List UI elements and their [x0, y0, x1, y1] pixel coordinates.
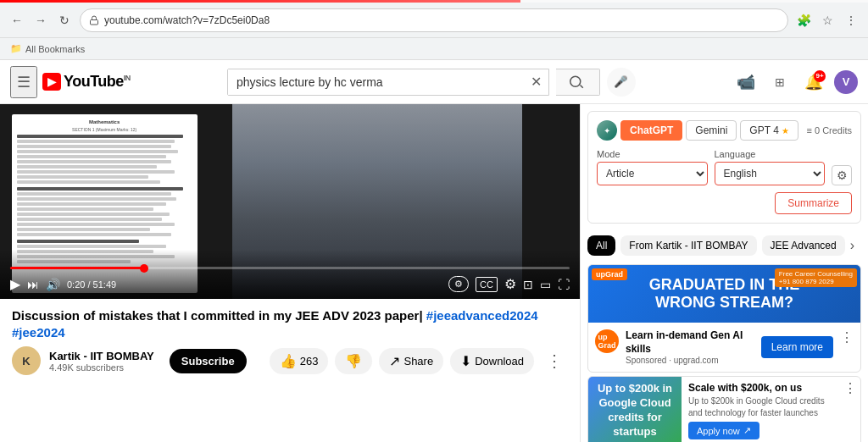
sponsored-details: Learn in-demand Gen AI skills Sponsored … — [626, 329, 754, 365]
captions-button[interactable]: CC — [476, 277, 498, 292]
share-button[interactable]: ↗ Share — [379, 348, 443, 374]
channel-name[interactable]: Kartik - IIT BOMBAY — [49, 350, 154, 362]
search-submit-button[interactable] — [556, 69, 600, 96]
nav-controls: ← → ↻ — [7, 10, 75, 30]
summarize-button[interactable]: Summarize — [775, 192, 852, 214]
user-avatar[interactable]: V — [834, 70, 858, 94]
doc-line-10 — [17, 180, 161, 184]
summarize-area: Summarize — [597, 192, 852, 214]
like-count: 263 — [300, 355, 319, 367]
right-controls: ⚙ CC ⚙ ⊡ ▭ ⛶ — [448, 276, 570, 292]
gemini-tab[interactable]: Gemini — [686, 120, 737, 141]
share-label: Share — [403, 355, 433, 367]
fullscreen-button[interactable]: ⛶ — [558, 278, 570, 291]
rec-filters: All From Kartik - IIT BOMBAY JEE Advance… — [581, 230, 868, 261]
credits-display: ≡ 0 Credits — [806, 125, 852, 135]
filter-next-button[interactable]: › — [850, 238, 854, 253]
thumbs-down-icon: 👎 — [345, 353, 362, 369]
chatgpt-tab-bar: ✦ ChatGPT Gemini GPT 4 ★ ≡ 0 Credits — [597, 120, 852, 141]
language-select[interactable]: English Hindi — [715, 162, 826, 185]
sponsored-info-row: upGrad Learn in-demand Gen AI skills Spo… — [588, 323, 860, 372]
doc-line-19 — [17, 228, 150, 231]
sponsored-title: Learn in-demand Gen AI skills — [626, 329, 754, 356]
doc-line-6 — [17, 160, 171, 163]
search-area: ✕ 🎤 — [139, 68, 724, 97]
chatgpt-panel: ✦ ChatGPT Gemini GPT 4 ★ ≡ 0 Credits Mod… — [587, 111, 861, 224]
youtube-logo-text: YouTubeIN — [64, 73, 131, 91]
theater-button[interactable]: ▭ — [540, 278, 551, 291]
hamburger-menu[interactable]: ☰ — [10, 66, 37, 98]
learn-more-button[interactable]: Learn more — [761, 336, 833, 358]
doc-line-17 — [17, 218, 163, 221]
sponsored-more-button[interactable]: ⋮ — [840, 329, 854, 345]
ads-card-img-text: Up to $200k in Google Cloud credits for … — [595, 382, 675, 439]
doc-line-20 — [17, 233, 171, 236]
more-actions-button[interactable]: ⋮ — [541, 345, 568, 376]
miniplayer-button[interactable]: ⊡ — [523, 278, 533, 291]
controls-row: ▶ ⏭ 🔊 0:20 / 51:49 ⚙ CC ⚙ ⊡ ▭ — [10, 276, 570, 292]
channel-row: K Kartik - IIT BOMBAY 4.49K subscribers … — [12, 345, 568, 376]
back-button[interactable]: ← — [7, 10, 27, 30]
mode-field: Mode Article Summary — [597, 149, 708, 185]
apply-now-button[interactable]: Apply now ↗ — [688, 422, 760, 439]
video-controls: ▶ ⏭ 🔊 0:20 / 51:49 ⚙ CC ⚙ ⊡ ▭ — [0, 250, 580, 299]
volume-button[interactable]: 🔊 — [46, 278, 60, 291]
doc-line-21 — [17, 240, 140, 243]
ads-card-title: Scale with $200k, on us — [688, 382, 833, 395]
channel-avatar: K — [12, 346, 41, 375]
search-input[interactable] — [228, 69, 524, 95]
star-button[interactable]: ☆ — [817, 10, 837, 30]
doc-line-9 — [17, 175, 148, 179]
ads-more-button[interactable]: ⋮ — [840, 377, 860, 400]
more-options-button[interactable]: ⋮ — [841, 10, 861, 30]
apply-now-icon: ↗ — [743, 425, 751, 436]
upload-button[interactable]: 📹 — [732, 69, 760, 96]
thumbs-up-icon: 👍 — [280, 353, 297, 369]
next-button[interactable]: ⏭ — [27, 278, 39, 291]
gpt4-star-icon: ★ — [782, 126, 789, 135]
chatgpt-tab[interactable]: ChatGPT — [620, 120, 682, 141]
dislike-button[interactable]: 👎 — [335, 348, 372, 374]
chatgpt-icon: ✦ — [597, 120, 617, 141]
video-player[interactable]: Mathematics SECTION 1 (Maximum Marks: 12… — [0, 104, 580, 299]
progress-dot — [140, 264, 148, 273]
total-time: 51:49 — [93, 279, 117, 290]
filter-jee-advanced[interactable]: JEE Advanced — [762, 235, 845, 256]
apps-button[interactable]: ⊞ — [766, 69, 793, 96]
video-info: Discussion of mistakes that I committed … — [0, 299, 580, 381]
filter-kartik[interactable]: From Kartik - IIT BOMBAY — [620, 235, 756, 256]
voice-search-button[interactable]: 🎤 — [607, 68, 636, 97]
hashtag-jeeadvanced[interactable]: #jeeadvanced2024 — [426, 308, 538, 323]
mode-select[interactable]: Article Summary — [597, 162, 708, 185]
autoplay-button[interactable]: ⚙ — [448, 276, 469, 292]
filter-all[interactable]: All — [587, 235, 615, 256]
like-button[interactable]: 👍 263 — [270, 348, 329, 374]
doc-line-22 — [17, 245, 166, 248]
ads-card-subtitle: Up to $200k in Google Cloud credits and … — [688, 395, 833, 419]
subscribe-button[interactable]: Subscribe — [170, 349, 247, 373]
forward-button[interactable]: → — [31, 10, 51, 30]
bookmarks-label[interactable]: All Bookmarks — [25, 44, 85, 54]
hashtag-jee2024[interactable]: #jee2024 — [12, 325, 65, 340]
language-label: Language — [715, 149, 826, 159]
lock-icon — [89, 15, 99, 25]
browser-toolbar: ← → ↻ youtube.com/watch?v=7zDc5ei0Da8 🧩 … — [0, 3, 868, 38]
extensions-button[interactable]: 🧩 — [793, 10, 814, 30]
doc-line-14 — [17, 202, 166, 206]
youtube-logo[interactable]: ▶ YouTubeIN — [42, 73, 131, 91]
search-clear-button[interactable]: ✕ — [524, 74, 548, 90]
video-actions: 👍 263 👎 ↗ Share ⬇ Download ⋮ — [270, 345, 568, 376]
address-bar[interactable]: youtube.com/watch?v=7zDc5ei0Da8 — [80, 8, 788, 32]
play-button[interactable]: ▶ — [10, 276, 20, 292]
settings-button[interactable]: ⚙ — [504, 276, 516, 292]
doc-line-13 — [17, 197, 176, 201]
download-button[interactable]: ⬇ Download — [450, 348, 534, 374]
chatgpt-settings-button[interactable]: ⚙ — [832, 165, 852, 185]
gpt4-tab[interactable]: GPT 4 ★ — [740, 120, 798, 141]
progress-bar[interactable] — [10, 267, 570, 269]
video-area: Mathematics SECTION 1 (Maximum Marks: 12… — [0, 104, 580, 442]
doc-line-7 — [17, 165, 158, 169]
refresh-button[interactable]: ↻ — [54, 10, 75, 30]
notifications-button[interactable]: 🔔 9+ — [800, 69, 827, 96]
credits-count: 0 Credits — [815, 125, 852, 135]
